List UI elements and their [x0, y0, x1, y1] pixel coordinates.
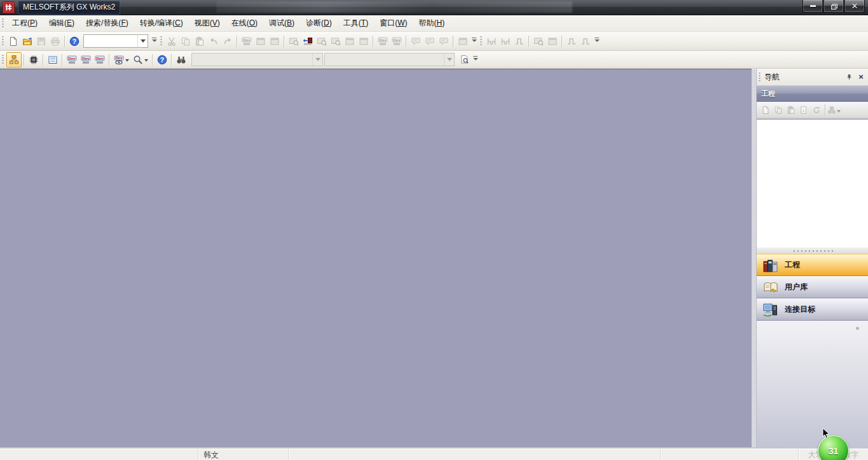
watch-stop-button[interactable]	[546, 34, 560, 48]
line-statement-button[interactable]	[437, 34, 451, 48]
find-menu-button[interactable]	[131, 53, 150, 67]
statement-button[interactable]	[409, 34, 423, 48]
menubar-grip[interactable]	[2, 18, 4, 29]
paste-button[interactable]	[193, 34, 207, 48]
redo-button[interactable]	[221, 34, 235, 48]
menu-diagnostics[interactable]: 诊断(D)	[300, 16, 338, 31]
toolbar1-options-chevron[interactable]	[151, 35, 158, 48]
nav-new-data-button[interactable]	[759, 104, 772, 116]
help-button[interactable]	[67, 34, 81, 48]
toolbar1c-grip[interactable]	[480, 36, 482, 46]
find-button[interactable]	[174, 53, 188, 67]
parameter-button[interactable]	[27, 53, 41, 67]
nav-sort-menu-button[interactable]	[828, 104, 841, 116]
nav-buttons-resize-handle[interactable]	[757, 247, 868, 254]
menu-edit[interactable]: 编辑(E)	[43, 16, 80, 31]
pulse-monitor-button[interactable]	[513, 34, 527, 48]
titlebar-glass-reflection	[216, 1, 572, 13]
panel-splitter[interactable]	[752, 69, 756, 449]
undo-button[interactable]	[207, 34, 221, 48]
device-comment-button[interactable]	[65, 53, 79, 67]
close-button[interactable]: ✕	[844, 0, 865, 13]
help2-button[interactable]	[155, 53, 169, 67]
toolbar2-grip[interactable]	[2, 54, 4, 65]
status-message-cell	[0, 449, 198, 460]
new-project-button[interactable]	[6, 34, 20, 48]
plc-connect-button[interactable]	[287, 34, 301, 48]
toolbar1-grip[interactable]	[2, 36, 4, 46]
app-window: MELSOFT系列 GX Works2 ✕ 工程(P) 编辑(E) 搜索/替换(…	[0, 0, 868, 460]
toolbar2-options-chevron[interactable]	[472, 53, 479, 66]
watch-window-menu-button[interactable]	[112, 53, 131, 67]
note-button[interactable]	[423, 34, 437, 48]
toolbar-separator	[284, 36, 285, 47]
monitor-zoom2-button[interactable]	[329, 34, 343, 48]
combo-dropdown-arrow-icon[interactable]	[312, 53, 322, 66]
window-select-combo[interactable]	[83, 34, 148, 48]
toolbar-separator	[64, 36, 65, 47]
toolbar-standard	[0, 32, 868, 51]
nav-button-connection-destination[interactable]: 连接目标	[757, 298, 868, 321]
device-blocks-button[interactable]	[93, 53, 107, 67]
menu-online[interactable]: 在线(O)	[226, 16, 263, 31]
menu-compile[interactable]: 转换/编译(C)	[134, 16, 189, 31]
watch-start-button[interactable]	[532, 34, 546, 48]
nav-button-project[interactable]: 工程	[757, 254, 868, 276]
copy-button[interactable]	[179, 34, 193, 48]
ladder-monitor-button[interactable]	[485, 34, 499, 48]
navigation-grip[interactable]	[759, 72, 761, 83]
scaling-button[interactable]	[565, 34, 579, 48]
monitor-zoom-button[interactable]	[315, 34, 329, 48]
device-memory-button[interactable]	[79, 53, 93, 67]
menu-tools[interactable]: 工具(T)	[338, 16, 374, 31]
close-panel-button[interactable]: ×	[856, 72, 866, 82]
pin-panel-button[interactable]	[844, 72, 854, 82]
combo-dropdown-arrow-icon[interactable]	[137, 35, 148, 47]
minimize-button[interactable]	[803, 0, 823, 13]
nav-refresh-button[interactable]	[810, 104, 823, 116]
transfer-setup-button[interactable]	[301, 34, 315, 48]
nav-property-button[interactable]	[797, 104, 810, 116]
device-monitor-button[interactable]	[376, 34, 390, 48]
scaling2-button[interactable]	[579, 34, 593, 48]
toolbar-separator	[171, 54, 172, 66]
window-display-button[interactable]	[456, 34, 470, 48]
restore-button[interactable]	[823, 0, 844, 13]
device-monitor2-button[interactable]	[390, 34, 404, 48]
menu-window[interactable]: 窗口(W)	[374, 16, 413, 31]
status-spacer-cell	[289, 449, 661, 460]
ladder-monitor2-button[interactable]	[499, 34, 513, 48]
menu-find-replace[interactable]: 搜索/替换(F)	[80, 16, 134, 31]
close-icon: ✕	[851, 3, 858, 10]
mouse-cursor	[822, 428, 830, 439]
project-tree-area[interactable]	[757, 119, 868, 247]
combo-dropdown-arrow-icon[interactable]	[444, 53, 454, 66]
monitor-mode-button[interactable]	[343, 34, 357, 48]
toolbar1b-options-chevron[interactable]	[471, 35, 478, 48]
program-list-button[interactable]	[46, 53, 60, 67]
cut-button[interactable]	[165, 34, 179, 48]
toolbar1c-options-chevron[interactable]	[593, 35, 600, 48]
print-button[interactable]	[48, 34, 62, 48]
app-icon[interactable]	[3, 1, 15, 13]
find-keyword-combo[interactable]	[324, 53, 455, 66]
save-project-button[interactable]	[34, 34, 48, 48]
monitor-mode2-button[interactable]	[357, 34, 371, 48]
navigation-window-toggle[interactable]	[6, 52, 22, 67]
toolbar1b-grip[interactable]	[160, 36, 162, 46]
menu-project[interactable]: 工程(P)	[6, 16, 43, 31]
nav-more-mark[interactable]: »	[855, 324, 859, 331]
find-in-page-button[interactable]	[457, 53, 471, 67]
menu-view[interactable]: 视图(V)	[189, 16, 226, 31]
open-project-button[interactable]	[20, 34, 34, 48]
menu-debug[interactable]: 调试(B)	[263, 16, 300, 31]
close-icon: ×	[858, 74, 864, 80]
io-window-button[interactable]	[268, 34, 282, 48]
device-find-button[interactable]	[240, 34, 254, 48]
menu-help[interactable]: 帮助(H)	[413, 16, 450, 31]
nav-button-user-library[interactable]: 用户库	[757, 276, 868, 298]
find-target-combo[interactable]	[191, 53, 323, 66]
nav-paste-button[interactable]	[785, 104, 797, 116]
nav-copy-button[interactable]	[772, 104, 785, 116]
program-window-button[interactable]	[254, 34, 268, 48]
